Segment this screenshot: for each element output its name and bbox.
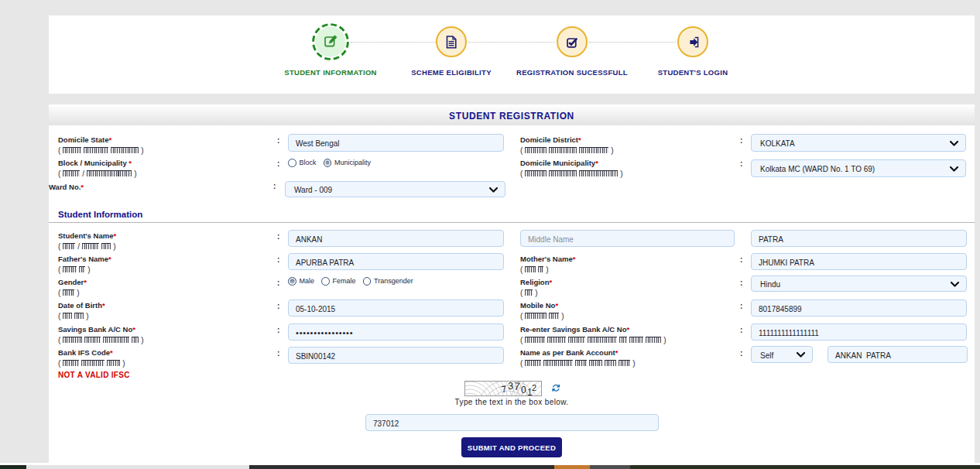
svg-text:0: 0 — [521, 385, 526, 395]
svg-text:7: 7 — [514, 382, 521, 392]
svg-text:2: 2 — [532, 383, 536, 392]
svg-text:7: 7 — [500, 383, 507, 395]
svg-text:3: 3 — [508, 382, 513, 392]
